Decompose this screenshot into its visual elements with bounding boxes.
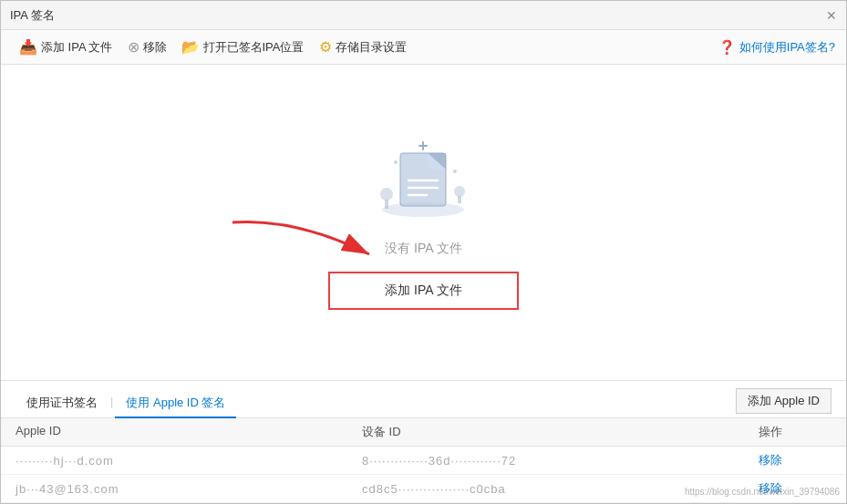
add-icon: 📥 [19, 38, 37, 56]
main-content-area: 没有 IPA 文件 添加 IPA 文件 [1, 65, 846, 380]
add-ipa-main-button[interactable]: 添加 IPA 文件 [328, 272, 519, 310]
col-header-action: 操作 [759, 424, 832, 440]
svg-point-14 [394, 160, 398, 164]
add-ipa-label: 添加 IPA 文件 [41, 39, 113, 56]
apple-id-value-1: ·········hj···d.com [15, 454, 362, 468]
empty-state: 没有 IPA 文件 添加 IPA 文件 [328, 65, 519, 380]
remove-action-1[interactable]: 移除 [759, 452, 832, 468]
storage-settings-label: 存储目录设置 [336, 39, 407, 56]
add-ipa-toolbar-button[interactable]: 📥 添加 IPA 文件 [12, 36, 120, 57]
question-icon: ❓ [718, 39, 736, 56]
svg-point-8 [380, 188, 393, 201]
add-apple-id-button[interactable]: 添加 Apple ID [736, 388, 832, 414]
table-header: Apple ID 设备 ID 操作 [1, 418, 846, 447]
tab-separator: | [108, 396, 115, 407]
remove-toolbar-button[interactable]: ⊗ 移除 [120, 36, 174, 57]
title-bar: IPA 签名 ✕ [1, 1, 846, 30]
window-title: IPA 签名 [10, 7, 55, 24]
remove-label: 移除 [143, 39, 167, 56]
table-row: ·········hj···d.com 8··············36d··… [1, 447, 846, 475]
empty-text: 没有 IPA 文件 [385, 241, 462, 257]
help-label: 如何使用IPA签名? [739, 39, 835, 56]
svg-rect-9 [385, 200, 388, 209]
bottom-section: 使用证书签名 | 使用 Apple ID 签名 添加 Apple ID Appl… [1, 380, 846, 503]
empty-illustration [368, 135, 478, 226]
tab-apple-id[interactable]: 使用 Apple ID 签名 [115, 389, 236, 418]
svg-rect-11 [458, 196, 461, 203]
col-header-apple-id: Apple ID [15, 424, 362, 440]
apple-id-value-2: jb···43@163.com [15, 482, 362, 496]
svg-point-10 [454, 186, 465, 197]
open-signed-label: 打开已签名IPA位置 [203, 39, 305, 56]
col-header-device-id: 设备 ID [362, 424, 759, 440]
open-signed-toolbar-button[interactable]: 📂 打开已签名IPA位置 [174, 36, 312, 57]
toolbar: 📥 添加 IPA 文件 ⊗ 移除 📂 打开已签名IPA位置 ⚙ 存储目录设置 ❓… [1, 30, 846, 65]
storage-settings-toolbar-button[interactable]: ⚙ 存储目录设置 [312, 36, 414, 57]
main-window: IPA 签名 ✕ 📥 添加 IPA 文件 ⊗ 移除 📂 打开已签名IPA位置 ⚙… [0, 0, 847, 504]
folder-icon: 📂 [181, 38, 200, 56]
watermark: https://blog.csdn.net/weixin_39794086 [685, 487, 840, 497]
svg-point-15 [453, 170, 457, 173]
close-button[interactable]: ✕ [826, 9, 837, 22]
help-button[interactable]: ❓ 如何使用IPA签名? [718, 39, 835, 56]
remove-icon: ⊗ [128, 38, 139, 56]
tab-certificate[interactable]: 使用证书签名 [15, 389, 108, 418]
device-id-value-1: 8··············36d············72 [362, 454, 759, 468]
tabs-row: 使用证书签名 | 使用 Apple ID 签名 添加 Apple ID [1, 381, 846, 418]
gear-icon: ⚙ [319, 38, 332, 56]
